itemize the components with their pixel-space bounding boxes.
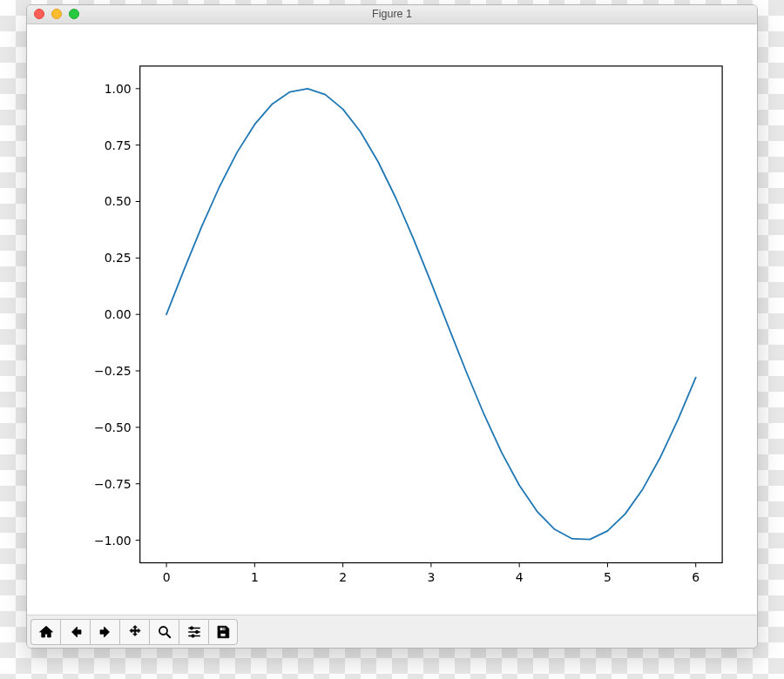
svg-text:0: 0 xyxy=(163,570,171,584)
back-icon xyxy=(68,624,84,640)
close-icon[interactable] xyxy=(34,9,44,19)
svg-text:1: 1 xyxy=(251,570,259,584)
zoom-icon xyxy=(157,624,172,640)
forward-icon xyxy=(98,624,113,640)
svg-text:−0.75: −0.75 xyxy=(94,477,132,491)
home-button[interactable] xyxy=(30,619,60,645)
svg-text:4: 4 xyxy=(516,570,524,584)
svg-text:1.00: 1.00 xyxy=(105,82,132,96)
forward-button[interactable] xyxy=(90,619,119,645)
window-traffic-lights xyxy=(34,5,79,24)
svg-text:−0.50: −0.50 xyxy=(94,420,132,434)
window-title: Figure 1 xyxy=(372,8,412,20)
svg-text:5: 5 xyxy=(604,570,612,584)
svg-rect-41 xyxy=(223,627,225,630)
svg-text:−1.00: −1.00 xyxy=(94,533,132,547)
save-icon xyxy=(215,624,231,640)
svg-text:0.75: 0.75 xyxy=(105,138,132,152)
svg-text:0.00: 0.00 xyxy=(105,307,132,321)
pan-icon xyxy=(127,624,143,640)
svg-point-36 xyxy=(190,626,193,629)
pan-button[interactable] xyxy=(119,619,149,645)
line-chart: 0123456−1.00−0.75−0.50−0.250.000.250.500… xyxy=(27,24,757,615)
fullscreen-icon[interactable] xyxy=(69,9,79,19)
svg-point-38 xyxy=(195,630,198,633)
svg-rect-0 xyxy=(140,66,722,563)
nav-toolbar xyxy=(27,615,757,648)
svg-text:6: 6 xyxy=(692,570,700,584)
svg-line-34 xyxy=(166,633,170,637)
svg-text:3: 3 xyxy=(427,570,435,584)
home-icon xyxy=(38,624,54,640)
zoom-button[interactable] xyxy=(149,619,179,645)
save-button[interactable] xyxy=(208,619,238,645)
minimize-icon[interactable] xyxy=(51,9,62,19)
configure-icon xyxy=(186,624,202,640)
svg-text:−0.25: −0.25 xyxy=(94,364,132,378)
configure-button[interactable] xyxy=(179,619,208,645)
plot-canvas[interactable]: 0123456−1.00−0.75−0.50−0.250.000.250.500… xyxy=(27,24,757,615)
svg-point-40 xyxy=(191,634,193,636)
titlebar: Figure 1 xyxy=(27,5,757,24)
svg-text:2: 2 xyxy=(339,570,347,584)
svg-point-33 xyxy=(159,627,167,635)
svg-text:0.50: 0.50 xyxy=(105,194,132,208)
back-button[interactable] xyxy=(60,619,90,645)
svg-text:0.25: 0.25 xyxy=(105,251,132,265)
figure-window: Figure 1 0123456−1.00−0.75−0.50−0.250.00… xyxy=(26,4,758,649)
